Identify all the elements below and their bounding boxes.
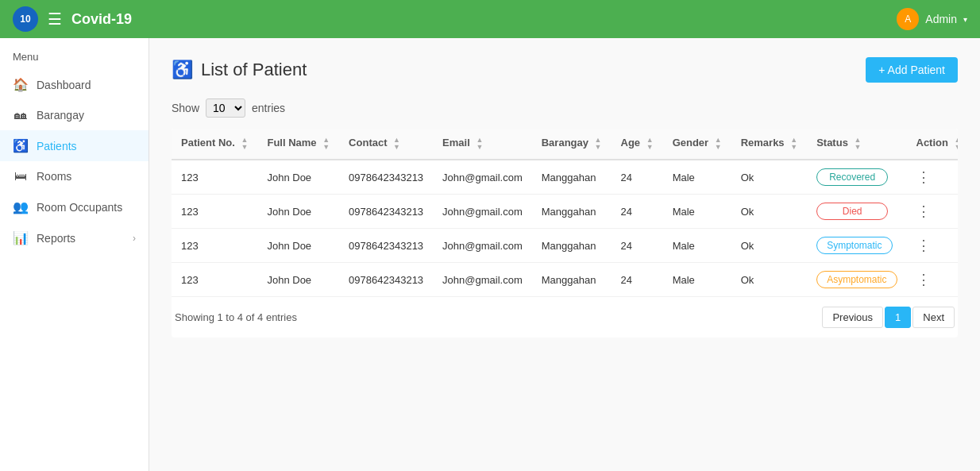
action-menu-icon[interactable]: ⋮ <box>916 237 931 253</box>
group-icon: 👥 <box>13 199 29 214</box>
show-entries-control: Show 10 25 50 100 entries <box>172 98 958 118</box>
barangay-icon: 🏘 <box>13 108 29 122</box>
app-title: Covid-19 <box>71 11 132 28</box>
sidebar-item-label: Patients <box>37 140 77 152</box>
cell-email: John@gmail.com <box>433 160 532 195</box>
sidebar-item-rooms[interactable]: 🛏 Rooms <box>0 161 149 191</box>
cell-action[interactable]: ⋮ <box>907 263 959 297</box>
status-badge: Symptomatic <box>816 237 892 254</box>
col-barangay[interactable]: Barangay ▲▼ <box>532 129 612 160</box>
sort-icon: ▲▼ <box>476 137 483 151</box>
sidebar: Menu 🏠 Dashboard 🏘 Barangay ♿ Patients 🛏… <box>0 38 149 471</box>
cell-barangay: Manggahan <box>532 160 612 195</box>
page-header: ♿ List of Patient + Add Patient <box>172 57 958 83</box>
cell-contact: 0978642343213 <box>339 229 433 263</box>
cell-age: 24 <box>612 160 663 195</box>
status-badge: Asymptomatic <box>816 271 897 288</box>
sidebar-item-label: Rooms <box>37 170 71 183</box>
sidebar-item-reports[interactable]: 📊 Reports › <box>0 222 149 253</box>
table-row: 123 John Doe 0978642343213 John@gmail.co… <box>172 160 958 195</box>
sort-icon: ▲▼ <box>854 137 861 151</box>
cell-email: John@gmail.com <box>433 263 532 297</box>
sidebar-item-label: Reports <box>37 232 75 245</box>
patients-table: Patient No. ▲▼ Full Name ▲▼ Contact ▲▼ E… <box>172 129 958 297</box>
cell-patient-no: 123 <box>172 229 257 263</box>
header-left: 10 ☰ Covid-19 <box>13 6 132 32</box>
col-gender[interactable]: Gender ▲▼ <box>663 129 731 160</box>
cell-remarks: Ok <box>731 195 807 229</box>
cell-full-name: John Doe <box>257 160 339 195</box>
chevron-down-icon: ▾ <box>963 15 967 24</box>
sidebar-item-dashboard[interactable]: 🏠 Dashboard <box>0 69 149 100</box>
wheelchair-icon: ♿ <box>13 138 29 153</box>
cell-status: Asymptomatic <box>807 263 906 297</box>
hamburger-icon[interactable]: ☰ <box>48 10 62 29</box>
sidebar-item-label: Room Occupants <box>37 201 122 214</box>
cell-barangay: Manggahan <box>532 263 612 297</box>
sidebar-item-patients[interactable]: ♿ Patients <box>0 130 149 161</box>
pagination: Previous 1 Next <box>822 307 955 328</box>
admin-name: Admin <box>925 13 957 25</box>
col-age[interactable]: Age ▲▼ <box>612 129 663 160</box>
chart-icon: 📊 <box>13 230 29 245</box>
add-patient-button[interactable]: + Add Patient <box>866 57 958 83</box>
cell-contact: 0978642343213 <box>339 263 433 297</box>
action-menu-icon[interactable]: ⋮ <box>916 203 931 219</box>
sidebar-item-barangay[interactable]: 🏘 Barangay <box>0 100 149 130</box>
sidebar-menu-label: Menu <box>0 44 149 69</box>
col-action[interactable]: Action ▲▼ <box>907 129 959 160</box>
col-remarks[interactable]: Remarks ▲▼ <box>731 129 807 160</box>
sidebar-item-room-occupants[interactable]: 👥 Room Occupants <box>0 191 149 222</box>
sort-icon: ▲▼ <box>241 137 249 151</box>
col-full-name[interactable]: Full Name ▲▼ <box>257 129 339 160</box>
cell-remarks: Ok <box>731 160 807 195</box>
sort-icon: ▲▼ <box>595 137 602 151</box>
col-status[interactable]: Status ▲▼ <box>807 129 906 160</box>
table-row: 123 John Doe 0978642343213 John@gmail.co… <box>172 263 958 297</box>
sort-icon: ▲▼ <box>715 137 722 151</box>
sidebar-item-label: Dashboard <box>37 79 91 91</box>
sort-icon: ▲▼ <box>790 137 797 151</box>
admin-menu[interactable]: A Admin ▾ <box>897 8 967 30</box>
previous-button[interactable]: Previous <box>822 307 883 328</box>
col-contact[interactable]: Contact ▲▼ <box>339 129 433 160</box>
table-row: 123 John Doe 0978642343213 John@gmail.co… <box>172 229 958 263</box>
sort-icon: ▲▼ <box>322 137 330 151</box>
sort-icon: ▲▼ <box>646 137 654 151</box>
bed-icon: 🛏 <box>13 169 29 183</box>
cell-email: John@gmail.com <box>433 229 532 263</box>
sort-icon: ▲▼ <box>393 137 400 151</box>
cell-gender: Male <box>663 195 731 229</box>
page-1-button[interactable]: 1 <box>885 307 911 328</box>
cell-email: John@gmail.com <box>433 195 532 229</box>
col-email[interactable]: Email ▲▼ <box>433 129 532 160</box>
page-title: List of Patient <box>201 60 307 80</box>
col-patient-no[interactable]: Patient No. ▲▼ <box>172 129 257 160</box>
next-button[interactable]: Next <box>912 307 955 328</box>
cell-barangay: Manggahan <box>532 195 612 229</box>
avatar: A <box>897 8 919 30</box>
cell-gender: Male <box>663 263 731 297</box>
cell-full-name: John Doe <box>257 263 339 297</box>
action-menu-icon[interactable]: ⋮ <box>916 169 931 185</box>
cell-full-name: John Doe <box>257 229 339 263</box>
entries-select[interactable]: 10 25 50 100 <box>206 98 245 118</box>
cell-remarks: Ok <box>731 263 807 297</box>
cell-status: Symptomatic <box>807 229 906 263</box>
app-header: 10 ☰ Covid-19 A Admin ▾ <box>0 0 980 38</box>
cell-action[interactable]: ⋮ <box>907 229 959 263</box>
cell-age: 24 <box>612 229 663 263</box>
entries-label: entries <box>252 102 285 114</box>
action-menu-icon[interactable]: ⋮ <box>916 272 931 288</box>
cell-patient-no: 123 <box>172 195 257 229</box>
chevron-right-icon: › <box>133 233 136 244</box>
page-title-area: ♿ List of Patient <box>172 60 307 80</box>
reports-left: 📊 Reports <box>13 230 75 245</box>
cell-status: Died <box>807 195 906 229</box>
cell-action[interactable]: ⋮ <box>907 195 959 229</box>
cell-patient-no: 123 <box>172 263 257 297</box>
patients-table-container: Patient No. ▲▼ Full Name ▲▼ Contact ▲▼ E… <box>172 129 958 338</box>
table-footer: Showing 1 to 4 of 4 entries Previous 1 N… <box>172 297 958 338</box>
cell-action[interactable]: ⋮ <box>907 160 959 195</box>
cell-remarks: Ok <box>731 229 807 263</box>
